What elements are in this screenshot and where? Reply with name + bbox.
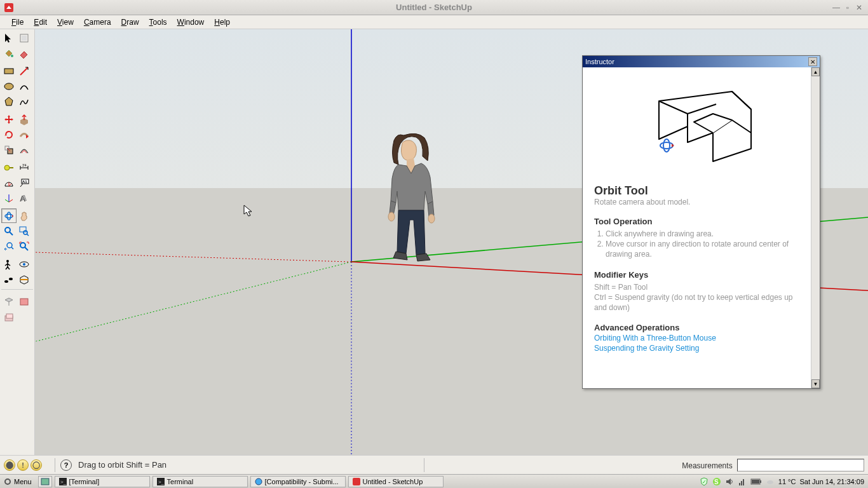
instructor-heading: Orbit Tool — [594, 184, 799, 198]
section-tool[interactable] — [17, 272, 32, 287]
scenes-tab[interactable] — [17, 294, 32, 309]
svg-text:A1: A1 — [22, 180, 27, 184]
pushpull-tool[interactable] — [17, 112, 32, 126]
offset-tool[interactable] — [17, 142, 32, 157]
axes-tool[interactable] — [1, 191, 17, 205]
menu-view[interactable]: View — [52, 16, 79, 29]
followme-tool[interactable] — [17, 127, 32, 142]
task-compat[interactable]: [Compatibility - Submi... — [250, 476, 346, 487]
task-terminal-1[interactable]: >_ [Terminal] — [55, 476, 150, 487]
gear-icon — [4, 478, 11, 485]
status-icon-geo[interactable]: ⬤ — [4, 459, 15, 471]
dimension-tool[interactable]: 3'4 — [17, 160, 32, 175]
menu-tools[interactable]: Tools — [144, 16, 172, 29]
look-around-tool[interactable] — [17, 257, 32, 271]
measurements-label: Measurements — [682, 461, 732, 470]
menu-help[interactable]: Help — [209, 16, 235, 29]
3dtext-tool[interactable]: AA — [17, 191, 32, 205]
svg-point-23 — [23, 263, 25, 266]
make-component-tool[interactable] — [17, 30, 32, 45]
weather-icon[interactable] — [766, 477, 775, 486]
svg-point-37 — [660, 142, 673, 149]
layers-tab[interactable] — [1, 309, 17, 324]
scroll-down-button[interactable]: ▼ — [811, 379, 820, 388]
svg-rect-54 — [760, 480, 761, 483]
menu-camera[interactable]: Camera — [79, 16, 116, 29]
operation-step-1: Click anywhere in drawing area. — [606, 229, 799, 239]
previous-view-tool[interactable] — [1, 239, 17, 254]
battery-icon[interactable] — [750, 478, 762, 485]
svg-point-39 — [5, 479, 10, 484]
status-icon-profile[interactable]: ◯ — [31, 459, 42, 471]
scroll-up-button[interactable]: ▲ — [811, 67, 820, 76]
zoom-tool[interactable] — [1, 224, 17, 238]
task-terminal-2[interactable]: >_ Terminal — [153, 476, 248, 487]
instructor-titlebar[interactable]: Instructor ✕ — [583, 56, 820, 67]
rectangle-tool[interactable] — [1, 64, 17, 78]
zoom-window-tool[interactable] — [17, 224, 32, 238]
text-tool[interactable]: A1 — [17, 175, 32, 190]
svg-text:S: S — [714, 478, 719, 485]
select-tool[interactable] — [1, 30, 17, 45]
move-tool[interactable] — [1, 112, 17, 126]
polygon-tool[interactable] — [1, 94, 17, 109]
circle-tool[interactable] — [1, 79, 17, 93]
advanced-link-2[interactable]: Suspending the Gravity Setting — [594, 344, 799, 353]
svg-rect-51 — [741, 481, 742, 485]
pan-tool[interactable] — [17, 208, 32, 223]
rotate-tool[interactable] — [1, 127, 17, 142]
line-tool[interactable] — [17, 64, 32, 78]
task-sketchup[interactable]: Untitled - SketchUp — [348, 476, 444, 487]
status-icon-credits[interactable]: ! — [17, 459, 29, 471]
svg-point-25 — [9, 278, 13, 280]
svg-rect-2 — [22, 36, 27, 41]
show-desktop-button[interactable] — [38, 476, 52, 487]
window-title: Untitled - SketchUp — [396, 3, 472, 12]
scale-tool[interactable] — [1, 142, 17, 157]
skype-icon[interactable]: S — [712, 477, 721, 486]
eraser-tool[interactable] — [17, 46, 32, 60]
svg-point-35 — [388, 212, 395, 221]
clock[interactable]: Sat Jun 14, 21:34:09 — [799, 478, 864, 485]
protractor-tool[interactable] — [1, 175, 17, 190]
start-menu-button[interactable]: Menu — [0, 477, 36, 487]
orbit-tool[interactable] — [1, 208, 17, 223]
menubar: File Edit View Camera Draw Tools Window … — [0, 15, 868, 29]
svg-point-38 — [663, 139, 670, 152]
svg-point-16 — [5, 227, 10, 233]
freehand-tool[interactable] — [17, 94, 32, 109]
svg-point-36 — [428, 214, 435, 223]
zoom-extents-tool[interactable] — [17, 239, 32, 254]
menu-window[interactable]: Window — [172, 16, 210, 29]
menu-edit[interactable]: Edit — [29, 16, 52, 29]
measurements-input[interactable] — [737, 459, 864, 471]
modifier-heading: Modifier Keys — [594, 270, 799, 280]
position-camera-tool[interactable] — [1, 257, 17, 271]
arc-tool[interactable] — [17, 79, 32, 93]
tool-palette: 3'4 A1 AA — [0, 29, 35, 455]
paint-bucket-tool[interactable] — [1, 46, 17, 60]
walk-tool[interactable] — [1, 272, 17, 287]
instructor-scrollbar[interactable]: ▲ ▼ — [811, 67, 820, 388]
maximize-button[interactable]: ▫ — [843, 3, 853, 13]
minimize-button[interactable]: — — [831, 3, 841, 13]
shield-icon[interactable]: ✓ — [700, 477, 709, 486]
close-window-button[interactable]: ✕ — [854, 3, 864, 13]
menu-draw[interactable]: Draw — [116, 16, 144, 29]
advanced-link-1[interactable]: Orbiting With a Three-Button Mouse — [594, 334, 799, 342]
svg-point-15 — [7, 212, 11, 220]
volume-icon[interactable] — [725, 477, 734, 486]
help-icon[interactable]: ? — [60, 459, 72, 471]
menu-file[interactable]: File — [6, 16, 29, 29]
outliner-tab[interactable] — [1, 294, 17, 309]
os-taskbar: Menu >_ [Terminal] >_ Terminal [Compatib… — [0, 474, 868, 488]
instructor-close-button[interactable]: ✕ — [808, 57, 817, 66]
modifier-1: Shift = Pan Tool — [594, 282, 799, 292]
statusbar: ⬤ ! ◯ ? Drag to orbit Shift = Pan Measur… — [0, 455, 868, 474]
modifier-2: Ctrl = Suspend gravity (do not try to ke… — [594, 292, 799, 313]
network-icon[interactable] — [738, 477, 747, 486]
tape-tool[interactable] — [1, 160, 17, 175]
browser-icon — [255, 478, 262, 485]
svg-point-8 — [4, 165, 10, 170]
svg-line-34 — [35, 252, 351, 262]
